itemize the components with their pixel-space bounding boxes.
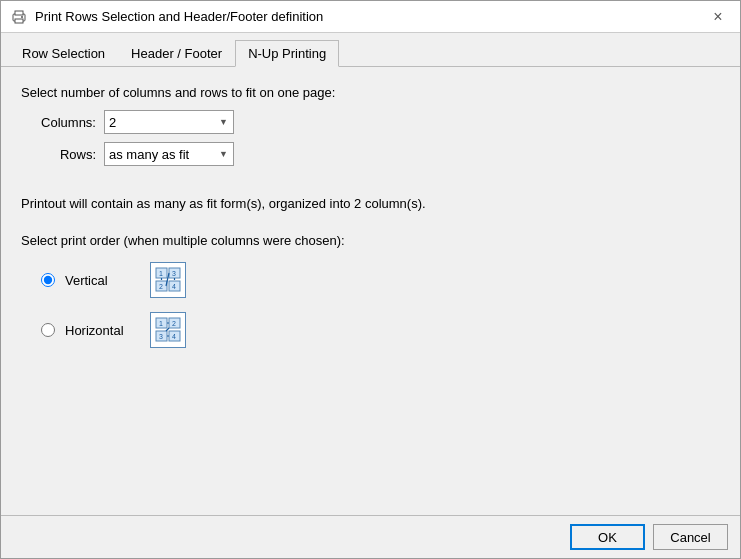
rows-label: Rows: (21, 147, 96, 162)
radio-vertical-item: Vertical 1 3 2 4 (41, 262, 720, 298)
columns-select[interactable]: 1 2 3 4 (104, 110, 234, 134)
svg-text:3: 3 (172, 270, 176, 277)
svg-text:3: 3 (159, 333, 163, 340)
radio-vertical-label: Vertical (65, 273, 140, 288)
svg-rect-2 (15, 11, 23, 15)
section1-label: Select number of columns and rows to fit… (21, 85, 720, 100)
radio-horizontal-label: Horizontal (65, 323, 140, 338)
svg-text:1: 1 (159, 320, 163, 327)
radio-group: Vertical 1 3 2 4 (21, 262, 720, 348)
tab-header-footer[interactable]: Header / Footer (118, 40, 235, 67)
tab-n-up-printing[interactable]: N-Up Printing (235, 40, 339, 67)
svg-text:4: 4 (172, 333, 176, 340)
dialog-title: Print Rows Selection and Header/Footer d… (35, 9, 323, 24)
vertical-order-svg: 1 3 2 4 (154, 266, 182, 294)
horizontal-order-svg: 1 2 3 4 (154, 316, 182, 344)
radio-horizontal[interactable] (41, 323, 55, 337)
section2: Select print order (when multiple column… (21, 233, 720, 348)
rows-select[interactable]: as many as fit 1 2 3 4 (104, 142, 234, 166)
section1: Select number of columns and rows to fit… (21, 85, 720, 174)
svg-point-3 (21, 16, 23, 18)
ok-button[interactable]: OK (570, 524, 645, 550)
svg-text:1: 1 (159, 270, 163, 277)
title-bar: Print Rows Selection and Header/Footer d… (1, 1, 740, 33)
close-button[interactable]: × (706, 5, 730, 29)
svg-text:2: 2 (172, 320, 176, 327)
svg-text:2: 2 (159, 283, 163, 290)
dialog-footer: OK Cancel (1, 515, 740, 558)
columns-row: Columns: 1 2 3 4 (21, 110, 720, 134)
printout-note: Printout will contain as many as fit for… (21, 196, 720, 211)
tab-content: Select number of columns and rows to fit… (1, 67, 740, 515)
svg-rect-1 (15, 19, 23, 23)
printer-icon (11, 9, 27, 25)
section2-label: Select print order (when multiple column… (21, 233, 720, 248)
title-bar-left: Print Rows Selection and Header/Footer d… (11, 9, 323, 25)
tab-row-selection[interactable]: Row Selection (9, 40, 118, 67)
cancel-button[interactable]: Cancel (653, 524, 728, 550)
dialog: Print Rows Selection and Header/Footer d… (0, 0, 741, 559)
columns-label: Columns: (21, 115, 96, 130)
svg-text:4: 4 (172, 283, 176, 290)
radio-vertical[interactable] (41, 273, 55, 287)
radio-horizontal-item: Horizontal 1 2 3 4 (41, 312, 720, 348)
horizontal-icon: 1 2 3 4 (150, 312, 186, 348)
tabs-bar: Row Selection Header / Footer N-Up Print… (1, 33, 740, 67)
rows-row: Rows: as many as fit 1 2 3 4 (21, 142, 720, 166)
vertical-icon: 1 3 2 4 (150, 262, 186, 298)
columns-select-wrapper: 1 2 3 4 (104, 110, 234, 134)
rows-select-wrapper: as many as fit 1 2 3 4 (104, 142, 234, 166)
